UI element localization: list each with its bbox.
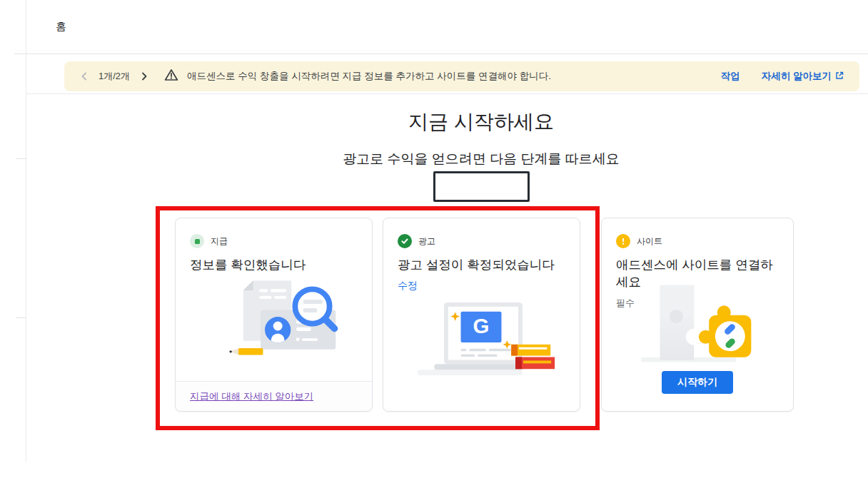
ads-card-title: 광고 설정이 확정되었습니다 <box>398 256 565 273</box>
annotation-empty-box <box>433 171 530 202</box>
ads-illustration: G <box>383 293 580 384</box>
banner-divider <box>26 93 868 94</box>
hero-section: 지금 시작하세요 광고로 수익을 얻으려면 다음 단계를 따르세요 <box>94 108 868 168</box>
sidebar-divider <box>26 0 26 462</box>
chevron-right-icon[interactable] <box>140 71 148 81</box>
header-divider <box>14 54 868 54</box>
payments-card-title: 정보를 확인했습니다 <box>190 256 358 273</box>
page-title: 홈 <box>56 20 66 34</box>
sites-status-alert-icon <box>616 234 630 248</box>
sidebar-tick <box>16 158 26 159</box>
banner-action-button[interactable]: 작업 <box>721 70 740 83</box>
payments-card: 지급 정보를 확인했습니다 <box>175 218 373 412</box>
banner-learn-more-label: 자세히 알아보기 <box>762 70 832 83</box>
external-link-icon <box>835 71 844 82</box>
hero-subtitle: 광고로 수익을 얻으려면 다음 단계를 따르세요 <box>94 150 868 168</box>
warning-triangle-icon <box>164 68 178 84</box>
ads-status-check-icon <box>398 234 412 248</box>
ads-card-label: 광고 <box>418 235 435 248</box>
payments-card-footer: 지급에 대해 자세히 알아보기 <box>176 381 372 411</box>
sites-card: 사이트 애드센스에 사이트를 연결하세요 필수 <box>601 218 794 412</box>
payments-card-label: 지급 <box>211 235 228 248</box>
notification-banner: 1개/2개 애드센스로 수익 창출을 시작하려면 지급 정보를 추가하고 사이트… <box>64 61 859 91</box>
sites-illustration <box>602 281 793 370</box>
adsense-home-screen: 홈 1개/2개 애드센스로 수익 창출을 시작하려면 지급 정보를 추가하고 사… <box>0 0 868 488</box>
sites-start-button[interactable]: 시작하기 <box>662 371 733 394</box>
banner-learn-more-link[interactable]: 자세히 알아보기 <box>762 70 844 83</box>
ads-google-letter: G <box>473 314 489 337</box>
payments-learn-more-link[interactable]: 지급에 대해 자세히 알아보기 <box>190 390 313 403</box>
banner-message: 애드센스로 수익 창출을 시작하려면 지급 정보를 추가하고 사이트를 연결해야… <box>187 70 551 83</box>
sites-card-label: 사이트 <box>637 235 662 248</box>
chevron-left-icon[interactable] <box>80 71 89 81</box>
hero-title: 지금 시작하세요 <box>94 108 868 136</box>
sidebar-tick <box>16 317 26 318</box>
payments-illustration <box>176 277 372 367</box>
ads-edit-link[interactable]: 수정 <box>398 280 418 293</box>
banner-pager: 1개/2개 <box>80 70 148 83</box>
ads-card: 광고 광고 설정이 확정되었습니다 수정 G <box>383 218 580 412</box>
banner-pager-label: 1개/2개 <box>99 70 130 83</box>
payments-status-icon <box>190 234 204 248</box>
